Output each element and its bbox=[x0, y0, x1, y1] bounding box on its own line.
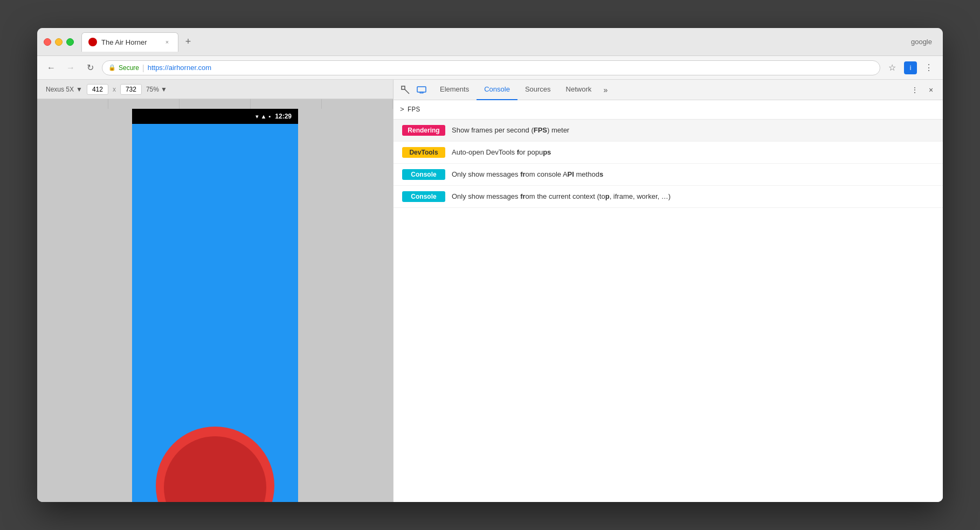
height-input[interactable] bbox=[120, 84, 142, 95]
devtools-close-button[interactable]: × bbox=[923, 82, 938, 97]
autocomplete-item[interactable]: DevTools Auto-open DevTools for popups bbox=[394, 142, 943, 164]
autocomplete-results: Rendering Show frames per second (FPS) m… bbox=[394, 120, 943, 502]
ruler-segment bbox=[251, 99, 322, 109]
autocomplete-text: Only show messages from the current cont… bbox=[452, 192, 671, 201]
ruler-segment bbox=[108, 99, 180, 109]
svg-line-1 bbox=[405, 89, 409, 94]
tab-sources[interactable]: Sources bbox=[517, 80, 558, 100]
dimension-separator: x bbox=[113, 86, 116, 93]
new-tab-button[interactable]: + bbox=[181, 34, 196, 50]
zoom-selector[interactable]: 75% ▼ bbox=[146, 86, 167, 93]
tab-title: The Air Horner bbox=[101, 38, 158, 46]
devtools-more-button[interactable]: ⋮ bbox=[907, 82, 922, 97]
console-badge: Console bbox=[402, 191, 445, 202]
svg-rect-2 bbox=[417, 87, 426, 92]
autocomplete-text: Only show messages from console API meth… bbox=[452, 170, 603, 179]
zoom-level: 75% bbox=[146, 86, 159, 93]
minimize-button[interactable] bbox=[55, 38, 63, 46]
console-prompt: > bbox=[400, 106, 404, 114]
autocomplete-item[interactable]: Rendering Show frames per second (FPS) m… bbox=[394, 120, 943, 142]
phone-frame: ▾ ▲ ▪ 12:29 bbox=[37, 109, 393, 502]
signal-icon: ▲ bbox=[261, 113, 267, 120]
traffic-lights bbox=[44, 38, 74, 46]
devtools-tabs: Elements Console Sources Network » bbox=[432, 80, 906, 100]
phone-status-bar: ▾ ▲ ▪ 12:29 bbox=[132, 109, 298, 124]
width-input[interactable] bbox=[87, 84, 108, 95]
active-tab[interactable]: The Air Horner × bbox=[81, 32, 178, 52]
ruler-segment bbox=[322, 99, 393, 109]
phone-content bbox=[132, 124, 298, 502]
device-toolbar: Nexus 5X ▼ x 75% ▼ bbox=[37, 80, 393, 99]
inspect-element-button[interactable] bbox=[398, 82, 413, 97]
devtools-panel: Elements Console Sources Network » ⋮ × bbox=[393, 80, 943, 502]
close-button[interactable] bbox=[44, 38, 51, 46]
refresh-button[interactable]: ↻ bbox=[82, 60, 98, 75]
autocomplete-text: Show frames per second (FPS) meter bbox=[452, 125, 569, 135]
console-badge: Console bbox=[402, 169, 445, 180]
device-dropdown-icon: ▼ bbox=[76, 86, 82, 93]
svg-rect-3 bbox=[420, 92, 423, 93]
chrome-menu-button[interactable]: ⋮ bbox=[921, 60, 936, 75]
secure-label: Secure bbox=[119, 64, 139, 72]
device-name: Nexus 5X bbox=[46, 86, 74, 93]
tab-area: The Air Horner × + bbox=[81, 32, 907, 52]
zoom-dropdown-icon: ▼ bbox=[161, 86, 167, 93]
devtools-badge: DevTools bbox=[402, 147, 445, 158]
rendering-badge: Rendering bbox=[402, 125, 445, 136]
autocomplete-item[interactable]: Console Only show messages from the curr… bbox=[394, 186, 943, 208]
tab-console[interactable]: Console bbox=[477, 80, 517, 100]
maximize-button[interactable] bbox=[66, 38, 74, 46]
forward-button[interactable]: → bbox=[63, 60, 78, 75]
svg-rect-0 bbox=[402, 86, 405, 89]
title-bar: The Air Horner × + google bbox=[37, 28, 943, 56]
device-selector[interactable]: Nexus 5X ▼ bbox=[46, 86, 82, 93]
nav-bar: ← → ↻ 🔒 Secure | https://airhorner.com ☆… bbox=[37, 56, 943, 80]
url-text: https://airhorner.com bbox=[148, 64, 212, 72]
extension-button[interactable]: i bbox=[904, 61, 917, 74]
phone-screen: ▾ ▲ ▪ 12:29 bbox=[132, 109, 298, 502]
devtools-toolbar: Elements Console Sources Network » ⋮ × bbox=[394, 80, 943, 100]
battery-icon: ▪ bbox=[268, 113, 271, 120]
ruler-segment bbox=[180, 99, 251, 109]
wifi-icon: ▾ bbox=[256, 113, 259, 120]
lock-icon: 🔒 bbox=[109, 64, 115, 72]
ruler-segment bbox=[37, 99, 108, 109]
bookmark-button[interactable]: ☆ bbox=[885, 60, 900, 75]
tab-elements[interactable]: Elements bbox=[432, 80, 477, 100]
tab-favicon bbox=[88, 38, 97, 46]
address-bar[interactable]: 🔒 Secure | https://airhorner.com bbox=[102, 60, 880, 75]
tab-close-button[interactable]: × bbox=[163, 38, 171, 46]
tab-network[interactable]: Network bbox=[558, 80, 599, 100]
main-content: Nexus 5X ▼ x 75% ▼ bbox=[37, 80, 943, 502]
viewport-ruler bbox=[37, 99, 393, 109]
google-label: google bbox=[911, 38, 932, 46]
more-tabs-button[interactable]: » bbox=[599, 83, 612, 96]
url-separator: | bbox=[142, 64, 144, 72]
status-time: 12:29 bbox=[275, 113, 292, 120]
browser-viewport: Nexus 5X ▼ x 75% ▼ bbox=[37, 80, 393, 502]
back-button[interactable]: ← bbox=[44, 60, 59, 75]
browser-window: The Air Horner × + google ← → ↻ 🔒 Secure… bbox=[37, 28, 943, 502]
devtools-actions: ⋮ × bbox=[907, 82, 938, 97]
autocomplete-item[interactable]: Console Only show messages from console … bbox=[394, 164, 943, 186]
console-input-area: > bbox=[394, 100, 943, 120]
device-toolbar-toggle[interactable] bbox=[414, 82, 429, 97]
autocomplete-text: Auto-open DevTools for popups bbox=[452, 148, 551, 157]
console-input[interactable] bbox=[408, 106, 936, 114]
